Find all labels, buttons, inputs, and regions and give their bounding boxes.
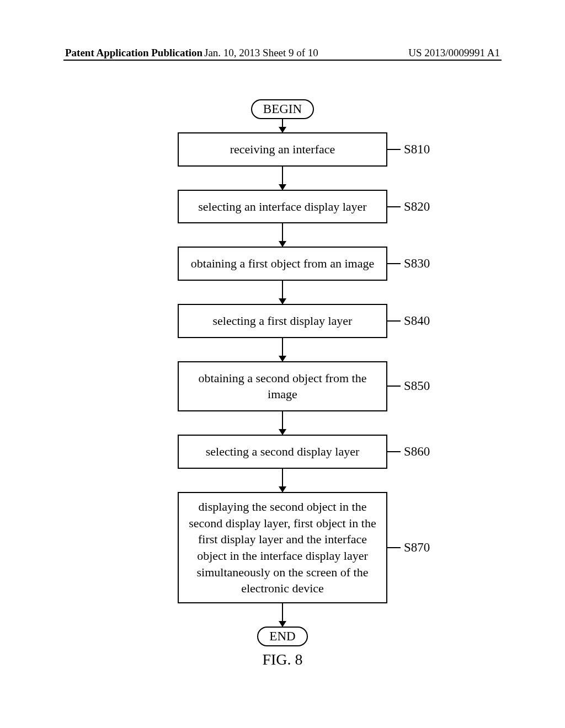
step-s860-row: selecting a second display layer S860 [178,435,387,469]
step-s870-label: S870 [404,540,430,555]
end-terminal: END [257,627,307,646]
arrow [282,119,283,132]
flowchart-container: BEGIN receiving an interface S810 select… [0,99,565,668]
step-s830-label: S830 [404,256,430,271]
arrow [282,411,283,435]
step-s860-label: S860 [404,445,430,459]
step-s840-row: selecting a first display layer S840 [178,304,387,338]
step-s860-box: selecting a second display layer [178,435,387,469]
step-s840-box: selecting a first display layer [178,304,387,338]
arrow [282,281,283,304]
arrow [282,603,283,627]
page-header: Patent Application Publication Jan. 10, … [0,47,565,59]
header-patent-number: US 2013/0009991 A1 [408,47,500,59]
arrow [282,223,283,247]
step-s850-row: obtaining a second object from the image… [178,361,387,411]
figure-label: FIG. 8 [262,651,302,668]
step-s820-row: selecting an interface display layer S82… [178,190,387,224]
step-s820-box: selecting an interface display layer [178,190,387,224]
step-s850-box: obtaining a second object from the image [178,361,387,411]
step-s810-label: S810 [404,142,430,157]
step-s830-row: obtaining a first object from an image S… [178,247,387,281]
step-s820-label: S820 [404,200,430,214]
arrow [282,338,283,361]
begin-terminal: BEGIN [251,99,314,119]
step-s870-box: displaying the second object in the seco… [178,492,387,603]
header-date-sheet: Jan. 10, 2013 Sheet 9 of 10 [204,47,318,59]
step-s850-label: S850 [404,379,430,393]
step-s810-row: receiving an interface S810 [178,132,387,167]
step-s810-box: receiving an interface [178,132,387,167]
arrow [282,469,283,492]
arrow [282,167,283,190]
header-divider [63,60,502,61]
header-publication: Patent Application Publication [65,47,202,59]
step-s870-row: displaying the second object in the seco… [178,492,387,603]
step-s830-box: obtaining a first object from an image [178,247,387,281]
step-s840-label: S840 [404,314,430,328]
